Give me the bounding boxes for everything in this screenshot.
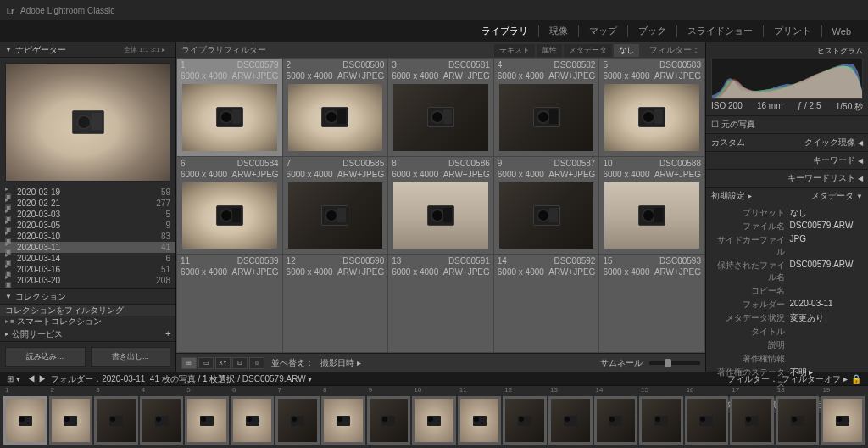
metadata-row[interactable]: メタデータ状況変更あり xyxy=(711,311,863,325)
grid-cell[interactable]: 1DSC005796000 x 4000ARW+JPEG xyxy=(177,59,282,156)
grid-cell[interactable]: 7DSC005856000 x 4000ARW+JPEG xyxy=(283,157,388,255)
grid-cell[interactable]: 8DSC005866000 x 4000ARW+JPEG xyxy=(388,157,493,255)
filter-tab[interactable]: 属性 xyxy=(537,44,562,57)
filter-tab[interactable]: テキスト xyxy=(494,44,535,57)
filmstrip-thumb[interactable] xyxy=(140,396,184,445)
filmstrip-thumb[interactable] xyxy=(321,396,365,445)
histogram-plot[interactable] xyxy=(711,59,863,99)
grid-cell[interactable]: 13DSC005916000 x 4000ARW+JPEG xyxy=(388,255,493,352)
loupe-view-icon[interactable]: ▭ xyxy=(198,357,214,369)
metadata-row[interactable]: ファイル名DSC00579.ARW xyxy=(711,220,863,233)
histo-aperture: ƒ / 2.5 xyxy=(798,101,821,113)
folder-item[interactable]: ▸ ▣2020-02-1959 xyxy=(0,187,175,198)
filter-lock-icon[interactable]: 🔒 xyxy=(851,374,861,384)
publish-header[interactable]: ▸公開サービス+ xyxy=(0,327,175,342)
grid-view: ライブラリフィルター テキスト属性メタデータなし フィルター： 1DSC0057… xyxy=(176,42,705,372)
folder-item[interactable]: ▸ ▣2020-03-20208 xyxy=(0,275,175,286)
filmstrip-thumb[interactable] xyxy=(503,396,547,445)
folder-item[interactable]: ▸ ▣2020-03-059 xyxy=(0,220,175,231)
sort-value[interactable]: 撮影日時 ▸ xyxy=(320,357,361,369)
triangle-down-icon: ▼ xyxy=(5,46,12,53)
metadata-row[interactable]: 著作権情報 xyxy=(711,352,863,366)
keyword-list-header[interactable]: キーワードリスト ◀ xyxy=(706,170,868,187)
filmstrip-thumb[interactable] xyxy=(548,396,593,445)
grid-cell[interactable]: 14DSC005926000 x 4000ARW+JPEG xyxy=(494,255,599,352)
grid-cell[interactable]: 10DSC005886000 x 4000ARW+JPEG xyxy=(599,157,704,255)
filmstrip-thumb[interactable] xyxy=(730,396,774,445)
filter-tab[interactable]: なし xyxy=(614,44,639,57)
export-button[interactable]: 書き出し... xyxy=(91,347,171,367)
thumbnail-slider[interactable] xyxy=(649,361,700,365)
histogram-panel: ヒストグラム ISO 200 16 mm ƒ / 2.5 1/50 秒 xyxy=(706,42,868,115)
filmstrip-thumb[interactable] xyxy=(412,396,456,445)
import-button[interactable]: 読み込み... xyxy=(5,347,86,367)
filmstrip-thumb[interactable] xyxy=(821,396,865,445)
grid-cell[interactable]: 6DSC005846000 x 4000ARW+JPEG xyxy=(177,157,282,255)
filmstrip-thumb[interactable] xyxy=(3,396,47,445)
filter-preset[interactable]: フィルターオフ ▸ xyxy=(782,373,848,385)
folder-list: ▸ ▣2020-02-1959▸ ▣2020-02-21277▸ ▣2020-0… xyxy=(0,187,175,288)
keywords-header[interactable]: キーワード ◀ xyxy=(706,152,868,169)
folder-item[interactable]: ▸ ▣2020-03-1141 xyxy=(0,242,175,253)
module-ライブラリ[interactable]: ライブラリ xyxy=(471,25,538,37)
module-現像[interactable]: 現像 xyxy=(539,25,578,37)
sort-label[interactable]: 並べ替え： xyxy=(271,357,314,369)
filmstrip-thumb[interactable] xyxy=(275,396,320,445)
folder-item[interactable]: ▸ ▣2020-03-146 xyxy=(0,253,175,264)
metadata-row[interactable]: 保持されたファイル名DSC00579.ARW xyxy=(711,259,863,284)
filmstrip-thumb[interactable] xyxy=(458,396,502,445)
module-マップ[interactable]: マップ xyxy=(579,25,627,37)
filmstrip: 12345678910111213141516171819 xyxy=(0,385,868,448)
metadata-header[interactable]: 初期設定 ▸メタデータ ▼ xyxy=(706,188,868,204)
compare-view-icon[interactable]: XY xyxy=(215,357,231,369)
smart-collection[interactable]: ▸ ■スマートコレクション xyxy=(0,316,175,327)
grid-cell[interactable]: 4DSC005826000 x 4000ARW+JPEG xyxy=(494,59,599,156)
navigator-header[interactable]: ▼ ナビゲーター 全体 1:1 3:1 ▸ xyxy=(0,42,175,58)
app-logo: Lr xyxy=(7,3,14,17)
grid-cell[interactable]: 9DSC005876000 x 4000ARW+JPEG xyxy=(494,157,599,255)
filmstrip-thumb[interactable] xyxy=(685,396,729,445)
folder-item[interactable]: ▸ ▣2020-03-035 xyxy=(0,209,175,220)
module-Web[interactable]: Web xyxy=(822,26,861,36)
filmstrip-thumb[interactable] xyxy=(185,396,229,445)
filmstrip-thumb[interactable] xyxy=(367,396,411,445)
folder-item[interactable]: ▸ ▣2020-02-21277 xyxy=(0,198,175,209)
survey-view-icon[interactable]: ⊡ xyxy=(232,357,248,369)
grid-cell[interactable]: 11DSC005896000 x 4000ARW+JPEG xyxy=(177,255,282,352)
thumbnail-size-label: サムネール xyxy=(600,357,643,369)
grid-cell[interactable]: 15DSC005936000 x 4000ARW+JPEG xyxy=(599,255,704,352)
navigator-preview[interactable] xyxy=(5,63,170,182)
metadata-row[interactable]: 説明 xyxy=(711,339,863,352)
filter-tab[interactable]: メタデータ xyxy=(564,44,612,57)
filmstrip-thumb[interactable] xyxy=(94,396,138,445)
quick-develop-header[interactable]: カスタムクイック現像 ◀ xyxy=(706,134,868,151)
module-ブック[interactable]: ブック xyxy=(628,25,676,37)
filmstrip-thumb[interactable] xyxy=(49,396,93,445)
grid-cell[interactable]: 5DSC005836000 x 4000ARW+JPEG xyxy=(599,59,704,156)
module-スライドショー[interactable]: スライドショー xyxy=(677,25,763,37)
metadata-row[interactable]: タイトル xyxy=(711,325,863,339)
status-bar: ⊞ ▾ ◀ ▶ フォルダー：2020-03-11 41 枚の写真 / 1 枚選択… xyxy=(0,372,868,385)
original-photo-row[interactable]: ☐ 元の写真 xyxy=(706,116,868,133)
people-view-icon[interactable]: ☺ xyxy=(249,357,264,369)
grid-cell[interactable]: 2DSC005806000 x 4000ARW+JPEG xyxy=(283,59,388,156)
filmstrip-thumb[interactable] xyxy=(594,396,638,445)
folder-item[interactable]: ▸ ▣2020-03-1651 xyxy=(0,264,175,275)
zoom-ratios[interactable]: 全体 1:1 3:1 ▸ xyxy=(124,45,170,54)
collection-filter[interactable]: コレクションをフィルタリング xyxy=(0,305,175,316)
metadata-row[interactable]: サイドカーファイルJPG xyxy=(711,233,863,259)
title-bar: Lr Adobe Lightroom Classic xyxy=(0,0,868,20)
metadata-row[interactable]: フォルダー2020-03-11 xyxy=(711,298,863,311)
filmstrip-thumb[interactable] xyxy=(639,396,683,445)
filmstrip-thumb[interactable] xyxy=(776,396,820,445)
folder-item[interactable]: ▸ ▣2020-03-1083 xyxy=(0,231,175,242)
grid-cell[interactable]: 12DSC005906000 x 4000ARW+JPEG xyxy=(283,255,388,352)
module-プリント[interactable]: プリント xyxy=(764,25,821,37)
grid-view-icon[interactable]: ⊞ xyxy=(181,357,197,369)
collections-header[interactable]: ▼コレクション xyxy=(0,289,175,305)
breadcrumb[interactable]: ◀ ▶ フォルダー：2020-03-11 41 枚の写真 / 1 枚選択 / D… xyxy=(27,373,313,385)
metadata-row[interactable]: コピー名 xyxy=(711,284,863,298)
view-mode-icon[interactable]: ⊞ ▾ xyxy=(7,374,20,384)
grid-cell[interactable]: 3DSC005816000 x 4000ARW+JPEG xyxy=(388,59,493,156)
filmstrip-thumb[interactable] xyxy=(231,396,275,445)
